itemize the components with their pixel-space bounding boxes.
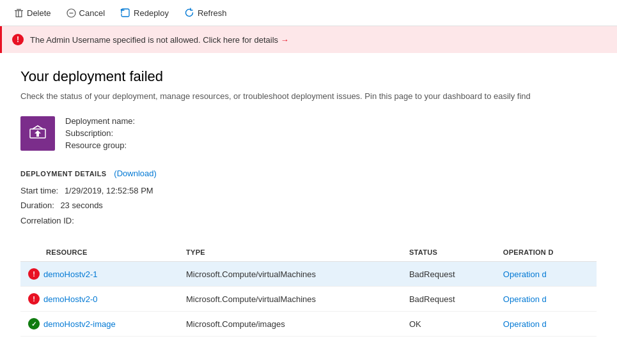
start-time-value: 1/29/2019, 12:52:58 PM (65, 186, 153, 195)
alert-details-link[interactable]: → (281, 35, 289, 45)
cancel-button[interactable]: Cancel (60, 4, 111, 22)
table-header: RESOURCE TYPE STATUS OPERATION D (20, 243, 597, 262)
status-cell: BadRequest (402, 287, 496, 312)
col-type: TYPE (178, 243, 402, 262)
table-row: ✓ demoHostv2-image Microsoft.Compute/ima… (20, 312, 597, 337)
alert-error-icon: ! (12, 34, 24, 45)
operation-link[interactable]: Operation d (503, 294, 547, 304)
alert-banner[interactable]: ! The Admin Username specified is not al… (0, 26, 617, 53)
refresh-label: Refresh (198, 8, 227, 18)
resource-group-row: Resource group: (65, 140, 135, 150)
start-time-row: Start time: 1/29/2019, 12:52:58 PM (20, 183, 597, 198)
type-cell: Microsoft.Compute/images (178, 312, 402, 337)
deployment-name-row: Deployment name: (65, 116, 135, 126)
type-cell: Microsoft.Compute/virtualMachines (178, 287, 402, 312)
duration-label: Duration: (20, 201, 54, 210)
col-status: STATUS (402, 243, 496, 262)
col-operation: OPERATION D (496, 243, 597, 262)
operation-cell: Operation d (496, 312, 597, 337)
deployment-info: Deployment name: Subscription: Resource … (20, 116, 597, 151)
deployment-details: Deployment name: Subscription: Resource … (65, 116, 135, 150)
duration-value: 23 seconds (60, 201, 103, 210)
table-row: ! demoHostv2-1 Microsoft.Compute/virtual… (20, 262, 597, 287)
resource-table: RESOURCE TYPE STATUS OPERATION D ! demoH… (20, 243, 597, 337)
alert-arrow: → (281, 35, 289, 45)
cancel-label: Cancel (79, 8, 105, 18)
subscription-label: Subscription: (65, 128, 113, 138)
section-title: DEPLOYMENT DETAILS (20, 170, 107, 178)
refresh-button[interactable]: Refresh (178, 4, 233, 22)
deployment-icon (20, 116, 55, 151)
resource-cell: ! demoHostv2-0 (20, 287, 178, 312)
operation-link[interactable]: Operation d (503, 319, 547, 329)
svg-rect-4 (16, 16, 22, 17)
table-row: ! demoHostv2-0 Microsoft.Compute/virtual… (20, 287, 597, 312)
delete-icon (14, 8, 24, 18)
svg-rect-2 (16, 11, 17, 17)
refresh-icon (184, 8, 194, 18)
correlation-label: Correlation ID: (20, 216, 74, 225)
correlation-row: Correlation ID: (20, 213, 597, 228)
status-cell: BadRequest (402, 262, 496, 287)
alert-message: The Admin Username specified is not allo… (30, 35, 289, 45)
redeploy-icon (120, 8, 130, 18)
main-content: Your deployment failed Check the status … (0, 53, 617, 352)
operation-cell: Operation d (496, 287, 597, 312)
resource-cell: ! demoHostv2-1 (20, 262, 178, 287)
section-title-row: DEPLOYMENT DETAILS (Download) (20, 169, 597, 178)
col-resource: RESOURCE (20, 243, 178, 262)
redeploy-button[interactable]: Redeploy (114, 4, 175, 22)
cancel-icon (66, 8, 76, 18)
download-link[interactable]: (Download) (114, 169, 156, 178)
resource-link[interactable]: demoHostv2-0 (43, 294, 98, 304)
error-icon: ! (28, 293, 40, 305)
error-icon: ! (28, 268, 40, 280)
resource-group-label: Resource group: (65, 140, 127, 150)
deployment-section: DEPLOYMENT DETAILS (Download) Start time… (20, 169, 597, 228)
success-icon: ✓ (28, 318, 40, 330)
start-time-label: Start time: (20, 186, 58, 195)
resource-link[interactable]: demoHostv2-image (43, 319, 116, 329)
svg-rect-3 (21, 11, 22, 17)
subscription-row: Subscription: (65, 128, 135, 138)
redeploy-label: Redeploy (134, 8, 169, 18)
delete-button[interactable]: Delete (8, 4, 58, 22)
page-title: Your deployment failed (20, 68, 597, 85)
type-cell: Microsoft.Compute/virtualMachines (178, 262, 402, 287)
duration-row: Duration: 23 seconds (20, 198, 597, 213)
operation-cell: Operation d (496, 262, 597, 287)
svg-rect-5 (18, 11, 19, 17)
page-description: Check the status of your deployment, man… (20, 91, 597, 101)
deployment-meta: Start time: 1/29/2019, 12:52:58 PM Durat… (20, 183, 597, 228)
delete-label: Delete (27, 8, 51, 18)
toolbar: Delete Cancel Redeploy Refresh (0, 0, 617, 26)
svg-rect-1 (17, 9, 21, 10)
resource-cell: ✓ demoHostv2-image (20, 312, 178, 337)
resource-link[interactable]: demoHostv2-1 (43, 269, 98, 279)
deployment-name-label: Deployment name: (65, 116, 135, 126)
status-cell: OK (402, 312, 496, 337)
operation-link[interactable]: Operation d (503, 269, 547, 279)
table-body: ! demoHostv2-1 Microsoft.Compute/virtual… (20, 262, 597, 337)
